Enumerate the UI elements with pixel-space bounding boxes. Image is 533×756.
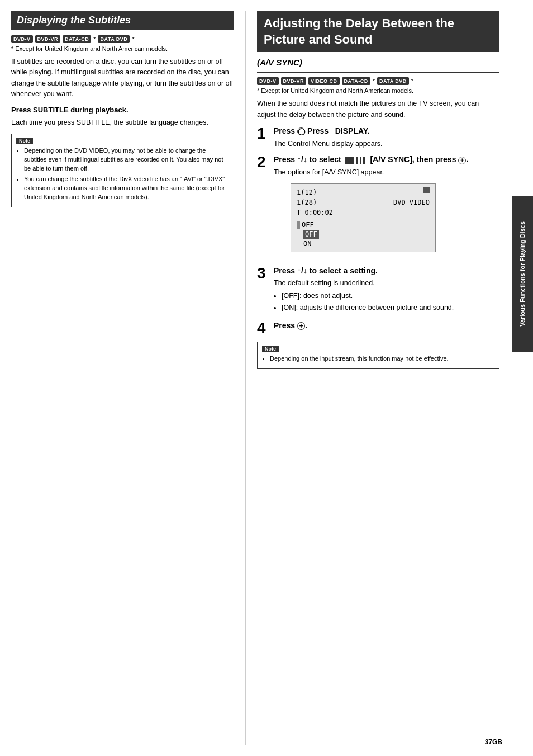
step-3-num: 3 <box>257 266 272 281</box>
right-footnote: * Except for United Kingdom and North Am… <box>257 87 499 94</box>
screen-menu-area: OFF OFF ON <box>297 221 430 248</box>
screen-on: ON <box>303 240 311 248</box>
screen-off-1: OFF <box>302 221 314 229</box>
left-badge-row: DVD-V DVD-VR DATA-CD * DATA DVD * <box>11 35 234 43</box>
badge-dvdv: DVD-V <box>11 35 33 43</box>
left-column: Displaying the Subtitles DVD-V DVD-VR DA… <box>11 11 246 745</box>
badge-datadvd: DATA DVD <box>98 35 130 43</box>
right-note-label: Note <box>262 346 279 352</box>
sync-icon-2 <box>356 157 367 164</box>
screen-row-2: 1(28) DVD VIDEO <box>297 197 430 207</box>
step-4-main: Press +. <box>274 320 499 332</box>
asterisk2: * <box>132 36 134 42</box>
badge-dvdv-right: DVD-V <box>257 77 279 85</box>
screen-row-3: T 0:00:02 <box>297 207 430 218</box>
right-notes: Depending on the input stream, this func… <box>262 355 494 363</box>
asterisk1: * <box>93 36 96 42</box>
screen-mini-icon <box>423 187 430 193</box>
step-1-content: Press ◯ Press DISPLAY. The Control Menu … <box>274 126 499 149</box>
page-number: 37GB <box>485 738 502 746</box>
title-divider <box>257 72 499 73</box>
left-footnote: * Except for United Kingdom and North Am… <box>11 45 234 52</box>
display-button-icon: ◯ <box>297 127 305 135</box>
step-2-desc: The options for [A/V SYNC] appear. <box>274 167 499 178</box>
left-body1: If subtitles are recorded on a disc, you… <box>11 56 234 100</box>
step-1-main: Press ◯ Press DISPLAY. <box>274 126 499 137</box>
step-1-row: 1 Press ◯ Press DISPLAY. The Control Men… <box>257 126 499 149</box>
screen-menu-row-2: ON <box>297 240 430 248</box>
sync-icon-1 <box>345 157 354 164</box>
screen-menu-row-1: OFF <box>297 229 430 239</box>
step-3-desc: The default setting is underlined. <box>274 278 499 289</box>
step-3-bullets: [OFF]: does not adjust. [ON]: adjusts th… <box>274 291 499 314</box>
step-2-main: Press ↑/↓ to select [A/V SYNC], then pre… <box>274 154 499 166</box>
step-2-num: 2 <box>257 154 272 170</box>
left-body2: Each time you press SUBTITLE, the subtit… <box>11 117 234 128</box>
step-2-row: 2 Press ↑/↓ to select [A/V SYNC], then p… <box>257 154 499 259</box>
badge-videocd-right: VIDEO CD <box>308 77 340 85</box>
badge-datacd-right: DATA-CD <box>342 77 370 85</box>
left-note-box: Note Depending on the DVD VIDEO, you may… <box>11 134 234 207</box>
step-3-bullet-2: [ON]: adjusts the difference between pic… <box>282 303 499 313</box>
step-3-content: Press ↑/↓ to select a setting. The defau… <box>274 266 499 315</box>
screen-chapter: 1(28) <box>297 197 317 207</box>
enter-button-icon-2: + <box>458 157 466 164</box>
badge-dvdvr: DVD-VR <box>35 35 61 43</box>
step-4-num: 4 <box>257 320 272 336</box>
right-note-item-1: Depending on the input stream, this func… <box>270 355 494 363</box>
asterisk-r1: * <box>373 78 375 84</box>
step-2-content: Press ↑/↓ to select [A/V SYNC], then pre… <box>274 154 499 259</box>
screen-track: 1(12) <box>297 187 317 197</box>
asterisk-r2: * <box>411 78 413 84</box>
step-1-desc: The Control Menu display appears. <box>274 139 499 149</box>
step-1-num: 1 <box>257 126 272 141</box>
control-menu-screen: 1(12) 1(28) DVD VIDEO T 0:00:02 OFF <box>291 183 436 252</box>
av-sync-label: (A/V SYNC) <box>257 58 499 67</box>
badge-dvdvr-right: DVD-VR <box>281 77 307 85</box>
step-4-content: Press +. <box>274 320 499 332</box>
side-tab-text: Various Functions for Playing Discs <box>519 221 526 327</box>
screen-dvd-label: DVD VIDEO <box>393 197 430 207</box>
step-4-row: 4 Press +. <box>257 320 499 336</box>
left-notes: Depending on the DVD VIDEO, you may not … <box>16 147 229 202</box>
right-column: Adjusting the Delay Between the Picture … <box>246 11 527 745</box>
left-note-label: Note <box>16 138 33 144</box>
screen-row-1: 1(12) <box>297 187 430 197</box>
screen-time: T 0:00:02 <box>297 207 333 218</box>
screen-menu-row-0: OFF <box>297 221 430 229</box>
side-tab: Various Functions for Playing Discs <box>512 196 533 352</box>
left-note-item-1: Depending on the DVD VIDEO, you may not … <box>24 147 229 173</box>
right-section-title: Adjusting the Delay Between the Picture … <box>257 11 499 52</box>
step-3-main: Press ↑/↓ to select a setting. <box>274 266 499 277</box>
right-body1: When the sound does not match the pictur… <box>257 98 499 120</box>
right-note-box: Note Depending on the input stream, this… <box>257 342 499 369</box>
right-badge-row: DVD-V DVD-VR VIDEO CD DATA-CD * DATA DVD… <box>257 77 499 85</box>
enter-button-icon-4: + <box>297 322 305 330</box>
badge-datacd: DATA-CD <box>63 35 91 43</box>
step-3-row: 3 Press ↑/↓ to select a setting. The def… <box>257 266 499 315</box>
left-subheading: Press SUBTITLE during playback. <box>11 106 234 114</box>
screen-off-2: OFF <box>303 230 319 239</box>
badge-datadvd-right: DATA DVD <box>377 77 409 85</box>
left-section-title: Displaying the Subtitles <box>11 11 234 30</box>
left-note-item-2: You can change the subtitles if the DivX… <box>24 175 229 202</box>
step-3-bullet-1: [OFF]: does not adjust. <box>282 291 499 301</box>
